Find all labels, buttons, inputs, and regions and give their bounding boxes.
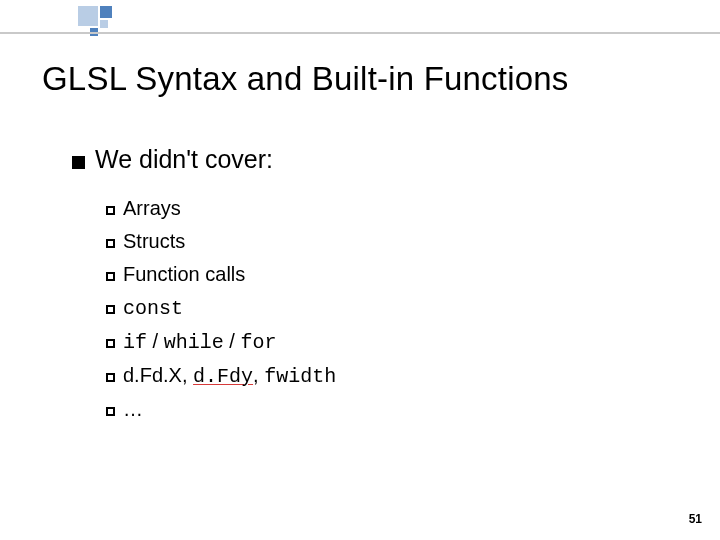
- square-bullet-icon: [72, 156, 85, 169]
- sub-item-structs: Structs: [106, 225, 336, 258]
- slide-body: We didn't cover: Arrays Structs Function…: [72, 145, 336, 426]
- sub-item-const: const: [106, 291, 336, 325]
- sub-item-arrays: Arrays: [106, 192, 336, 225]
- slide-title: GLSL Syntax and Built-in Functions: [42, 60, 569, 98]
- horizontal-rule: [0, 32, 720, 34]
- page-number: 51: [689, 512, 702, 526]
- decor-square-blue: [100, 6, 112, 18]
- hollow-square-icon: [106, 373, 115, 382]
- hollow-square-icon: [106, 206, 115, 215]
- decor-square-large: [78, 6, 98, 26]
- label-funccalls: Function calls: [123, 263, 245, 285]
- label-fwidth: fwidth: [264, 365, 336, 388]
- label-if: if: [123, 331, 147, 354]
- hollow-square-icon: [106, 339, 115, 348]
- heading-text: We didn't cover:: [95, 145, 273, 173]
- sub-item-funccalls: Function calls: [106, 258, 336, 291]
- sub-item-ellipsis: …: [106, 393, 336, 426]
- hollow-square-icon: [106, 407, 115, 416]
- label-arrays: Arrays: [123, 197, 181, 219]
- sub-item-control: if / while / for: [106, 325, 336, 359]
- label-for: for: [240, 331, 276, 354]
- label-structs: Structs: [123, 230, 185, 252]
- sub-list: Arrays Structs Function calls const if /…: [106, 192, 336, 426]
- comma2: ,: [253, 364, 264, 386]
- decor-square-small-a: [100, 20, 108, 28]
- label-const: const: [123, 297, 183, 320]
- hollow-square-icon: [106, 272, 115, 281]
- sep1: /: [147, 330, 164, 352]
- hollow-square-icon: [106, 305, 115, 314]
- label-dfdx: d.Fd.X: [123, 364, 182, 386]
- sep2: /: [224, 330, 241, 352]
- label-while: while: [164, 331, 224, 354]
- bullet-level1: We didn't cover:: [72, 145, 336, 174]
- label-dfdy: d.Fdy: [193, 365, 253, 388]
- comma1: ,: [182, 364, 193, 386]
- sub-item-deriv: d.Fd.X, d.Fdy, fwidth: [106, 359, 336, 393]
- label-ellipsis: …: [123, 398, 143, 420]
- hollow-square-icon: [106, 239, 115, 248]
